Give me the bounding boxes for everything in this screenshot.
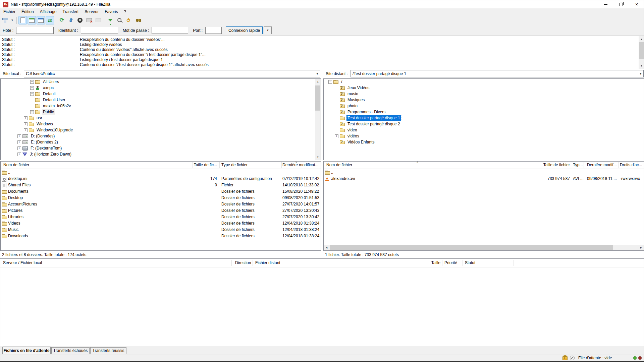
tree-item[interactable]: +maxim_fc05s2v — [1, 103, 321, 109]
tree-expander-icon[interactable]: + — [30, 80, 34, 84]
tree-expander-icon[interactable]: + — [17, 134, 21, 138]
menu-item-favoris[interactable]: Favoris — [102, 8, 121, 15]
tree-item[interactable]: +Default — [1, 91, 321, 97]
column-header-name[interactable]: Nom de fichier — [326, 162, 352, 169]
tree-item[interactable]: +video — [324, 127, 644, 133]
menu-item-affichage[interactable]: Affichage — [37, 8, 60, 15]
tree-item[interactable]: +F: (DexterneTom) — [1, 145, 321, 151]
file-row[interactable]: alexandre.avi733 974 537AVI ...09/08/201… — [324, 176, 644, 182]
tree-expander-icon[interactable]: + — [30, 86, 34, 90]
queue-column-header-2[interactable]: Fichier distant — [255, 259, 280, 267]
column-separator[interactable] — [281, 162, 282, 168]
column-header-1[interactable]: Taille de fichier — [518, 162, 570, 169]
tree-item[interactable]: +Public — [1, 109, 321, 115]
tree-item[interactable]: +Default User — [1, 97, 321, 103]
port-input[interactable] — [205, 27, 222, 34]
menu-item-serveur[interactable]: Serveur — [82, 8, 102, 15]
tree-item[interactable]: +E: (Données 2) — [1, 139, 321, 145]
host-input[interactable] — [16, 27, 54, 34]
password-input[interactable] — [152, 27, 188, 34]
column-separator[interactable] — [219, 162, 220, 168]
scroll-down-icon[interactable]: ▼ — [315, 154, 321, 160]
filter-button[interactable] — [106, 16, 114, 24]
username-input[interactable] — [81, 27, 118, 34]
site-manager-button[interactable] — [1, 16, 9, 24]
synchronized-browsing-button[interactable]: ⥀ — [124, 16, 132, 24]
column-separator[interactable] — [193, 162, 193, 168]
tree-item[interactable]: +Test dossier partagé disque 1 — [324, 115, 644, 121]
file-row[interactable]: DesktopDossier de fichiers09/08/2020 01:… — [1, 195, 321, 201]
quickconnect-dropdown-button[interactable]: ▼ — [264, 26, 272, 34]
file-row[interactable]: AccountPicturesDossier de fichiers27/07/… — [1, 201, 321, 207]
remote-list-hscrollbar[interactable]: ◀ ▶ — [324, 245, 644, 250]
file-row[interactable]: MusicDossier de fichiers12/04/2018 01:38… — [1, 227, 321, 233]
tree-item[interactable]: +?Programmes - Divers — [324, 109, 644, 115]
refresh-button[interactable]: ⟳ — [58, 16, 66, 24]
tree-item[interactable]: +?Vidéos Enfants — [324, 139, 644, 145]
tree-item[interactable]: +Windows10Upgrade — [1, 127, 321, 133]
tree-item[interactable]: +D: (Données) — [1, 133, 321, 139]
column-separator[interactable] — [584, 162, 584, 168]
tree-item[interactable]: +?music — [324, 91, 644, 97]
menu-item-transfert[interactable]: Transfert — [60, 8, 82, 15]
close-button[interactable]: ✕ — [629, 0, 644, 8]
menu-item-fichier[interactable]: Fichier — [0, 8, 18, 15]
column-separator[interactable] — [618, 162, 619, 168]
tree-item[interactable]: −/ — [324, 79, 644, 85]
tree-item[interactable]: +?photo — [324, 103, 644, 109]
file-row[interactable]: PicturesDossier de fichiers27/07/2020 13… — [1, 207, 321, 214]
tree-item[interactable]: +?Musiques — [324, 97, 644, 103]
scroll-down-icon[interactable]: ▼ — [639, 63, 644, 69]
tree-expander-icon[interactable]: − — [328, 80, 332, 84]
column-header-2[interactable]: Type de fichier — [221, 162, 248, 169]
column-header-name[interactable]: Nom de fichier — [3, 162, 29, 169]
log-scrollbar[interactable]: ▲ ▼ — [639, 36, 644, 69]
tree-expander-icon[interactable]: + — [17, 146, 21, 150]
process-queue-button[interactable]: ⇵ — [67, 16, 75, 24]
queue-tab-2[interactable]: Transferts réussis — [90, 347, 126, 354]
file-row[interactable]: DocumentsDossier de fichiers15/08/2020 1… — [1, 188, 321, 195]
remote-list-hscrollbar-thumb[interactable] — [330, 245, 613, 250]
file-row[interactable]: Shared Files0Fichier14/10/2018 11:33:02 — [1, 182, 321, 188]
tree-expander-icon[interactable]: + — [17, 153, 21, 156]
restore-button[interactable] — [613, 0, 629, 8]
queue-tab-0[interactable]: Fichiers en file d'attente — [2, 347, 51, 354]
log-scrollbar-thumb[interactable] — [639, 42, 644, 59]
column-separator[interactable] — [571, 162, 571, 168]
tree-expander-icon[interactable]: + — [24, 128, 28, 132]
file-row[interactable]: DownloadsDossier de fichiers12/04/2018 0… — [1, 233, 321, 239]
queue-column-header-3[interactable]: Taille — [416, 259, 440, 267]
queue-column-header-4[interactable]: Priorité — [444, 259, 457, 267]
file-row[interactable]: VideosDossier de fichiers12/04/2018 01:3… — [1, 220, 321, 227]
remote-path-combobox[interactable]: /Test dossier partagé disque 1 ▼ — [351, 70, 644, 77]
scroll-left-icon[interactable]: ◀ — [324, 245, 329, 250]
reconnect-button[interactable] — [94, 16, 102, 24]
tree-item[interactable]: +?Test dossier partagé disque 2 — [324, 121, 644, 127]
toggle-local-tree-button[interactable] — [28, 16, 36, 24]
column-header-1[interactable]: Taille de fic... — [175, 162, 217, 169]
tree-item[interactable]: +vidéos — [324, 133, 644, 139]
column-header-4[interactable]: Droits d'ac... — [620, 162, 642, 169]
minimize-button[interactable] — [598, 0, 613, 8]
local-tree-scrollbar-thumb[interactable] — [315, 85, 320, 111]
file-row[interactable]: LibrariesDossier de fichiers27/07/2020 1… — [1, 214, 321, 220]
tree-item[interactable]: +usr — [1, 115, 321, 121]
tree-item[interactable]: +axepc — [1, 85, 321, 91]
quickconnect-button[interactable]: Connexion rapide — [226, 26, 263, 34]
column-header-3[interactable]: Dernière modif... — [587, 162, 617, 169]
file-row[interactable]: .. — [1, 169, 321, 176]
scroll-up-icon[interactable]: ▲ — [639, 36, 644, 42]
toggle-remote-tree-button[interactable] — [37, 16, 45, 24]
tree-item[interactable]: +J: (Horizon Zero Dawn) — [1, 151, 321, 157]
queue-tab-1[interactable]: Transferts échoués — [51, 347, 90, 354]
site-manager-dropdown-button[interactable]: ▼ — [10, 16, 15, 24]
tree-item[interactable]: +All Users — [1, 79, 321, 85]
tree-expander-icon[interactable]: + — [24, 116, 28, 120]
tree-expander-icon[interactable]: + — [335, 134, 338, 138]
tree-expander-icon[interactable]: + — [24, 122, 28, 126]
tree-item[interactable]: +?Jeux Vidéos — [324, 85, 644, 91]
queue-column-header-5[interactable]: Statut — [465, 259, 475, 267]
toggle-message-log-button[interactable] — [18, 16, 27, 24]
menu-item-dition[interactable]: Édition — [18, 8, 37, 15]
tree-item[interactable]: +Windows — [1, 121, 321, 127]
